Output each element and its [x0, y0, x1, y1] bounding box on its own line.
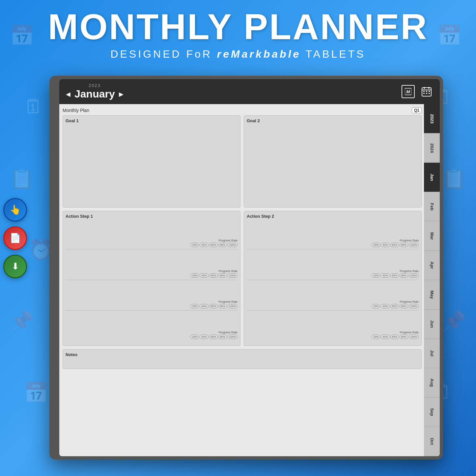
tab-jan[interactable]: Jan — [424, 163, 440, 192]
device-frame: 2023 ◀ January ▶ M — [49, 76, 443, 460]
subtitle-suffix: TABLETS — [301, 48, 365, 60]
svg-rect-6 — [423, 91, 425, 92]
calendar-icon[interactable] — [420, 85, 433, 98]
progress-pills-1-3: 20% 40% 60% 80% 100% — [66, 304, 238, 308]
subtitle: DESIGNED FoR reMarkbable TABLETS — [0, 48, 476, 60]
action-step-1-3-text[interactable] — [66, 282, 238, 300]
progress-pills-2-4: 20% 40% 60% 80% 100% — [247, 335, 419, 339]
goal-1-label: Goal 1 — [66, 118, 238, 123]
prev-month-button[interactable]: ◀ — [66, 91, 70, 98]
progress-label-1-3: Progress Rate — [218, 300, 238, 303]
tab-feb[interactable]: Feb — [424, 192, 440, 221]
subtitle-prefix: DESIGNED FoR — [110, 48, 217, 60]
planner-content: Monthly Plan Q1 Goal 1 Goal 2 Ac — [59, 104, 440, 456]
download-button[interactable]: ⬇ — [3, 255, 27, 278]
month-nav: ◀ January ▶ — [66, 88, 124, 100]
year-label: 2023 — [89, 83, 101, 88]
progress-pills-1-2: 20% 40% 60% 80% 100% — [66, 273, 238, 278]
notes-section[interactable]: Notes — [63, 349, 422, 369]
progress-label-1-2: Progress Rate — [218, 269, 238, 273]
next-month-button[interactable]: ▶ — [119, 91, 124, 98]
tab-jul[interactable]: Jul — [424, 339, 440, 368]
action-step-2-title: Action Step 2 — [247, 214, 419, 219]
tab-mar[interactable]: Mar — [424, 221, 440, 251]
cursor-icon: 👆 — [10, 204, 21, 215]
planner-header: 2023 ◀ January ▶ M — [59, 79, 440, 104]
tab-2024[interactable]: 2024 — [424, 133, 440, 163]
progress-block-1-3: Progress Rate 20% 40% 60% 80% 100% — [66, 282, 238, 311]
action-steps-row: Action Step 1 Progress Rate 20% 40% 60% … — [63, 211, 422, 346]
pdf-icon: 📄 — [10, 233, 21, 243]
action-step-2-col: Action Step 2 Progress Rate 20% 40% 60% … — [244, 211, 422, 346]
progress-pills-2-1: 20% 40% 60% 80% 100% — [247, 243, 419, 247]
title-area: MONTHLY PLANNER DESIGNED FoR reMarkbable… — [0, 7, 476, 60]
progress-block-2-4: Progress Rate 20% 40% 60% 80% 100% — [247, 313, 419, 341]
cursor-button[interactable]: 👆 — [3, 198, 27, 222]
goal-2-box[interactable]: Goal 2 — [244, 115, 422, 208]
m-logo: M — [402, 85, 415, 98]
progress-block-2-2: Progress Rate 20% 40% 60% 80% 100% — [247, 251, 419, 280]
monthly-plan-label: Monthly Plan — [63, 108, 89, 113]
action-step-1-2-text[interactable] — [66, 251, 238, 269]
progress-block-1-2: Progress Rate 20% 40% 60% 80% 100% — [66, 251, 238, 280]
action-step-2-1-text[interactable] — [247, 221, 419, 239]
device-inner: 2023 ◀ January ▶ M — [59, 79, 440, 456]
action-step-1-title: Action Step 1 — [66, 214, 238, 219]
progress-block-1-4: Progress Rate 20% 40% 60% 80% 100% — [66, 313, 238, 341]
goals-row: Goal 1 Goal 2 — [63, 115, 422, 208]
svg-rect-8 — [429, 91, 430, 92]
svg-rect-10 — [426, 93, 427, 94]
tab-oct[interactable]: Oct — [424, 427, 440, 456]
action-step-2-4-text[interactable] — [247, 313, 419, 331]
svg-rect-11 — [429, 93, 430, 94]
goal-1-box[interactable]: Goal 1 — [63, 115, 240, 208]
progress-block-2-3: Progress Rate 20% 40% 60% 80% 100% — [247, 282, 419, 311]
action-step-1-4-text[interactable] — [66, 313, 238, 331]
tab-apr[interactable]: Apr — [424, 251, 440, 280]
month-name: January — [74, 88, 115, 100]
action-step-1-col: Action Step 1 Progress Rate 20% 40% 60% … — [63, 211, 240, 346]
tab-aug[interactable]: Aug — [424, 368, 440, 398]
tab-jun[interactable]: Jun — [424, 310, 440, 339]
progress-label-1-1: Progress Rate — [218, 239, 238, 242]
progress-block-2-1: Progress Rate 20% 40% 60% 80% 100% — [247, 221, 419, 249]
action-step-2-2-text[interactable] — [247, 251, 419, 269]
svg-rect-7 — [426, 91, 427, 92]
progress-label-2-1: Progress Rate — [400, 239, 419, 242]
quarter-badge: Q1 — [412, 107, 422, 113]
svg-rect-9 — [423, 93, 425, 94]
action-step-2-3-text[interactable] — [247, 282, 419, 300]
progress-pills-2-3: 20% 40% 60% 80% 100% — [247, 304, 419, 308]
notes-label: Notes — [66, 352, 419, 357]
progress-label-1-4: Progress Rate — [218, 331, 238, 334]
progress-label-2-2: Progress Rate — [400, 269, 419, 273]
main-title: MONTHLY PLANNER — [0, 7, 476, 46]
progress-block-1-1: Progress Rate 20% 40% 60% 80% 100% — [66, 221, 238, 249]
action-step-1-1-text[interactable] — [66, 221, 238, 239]
monthly-plan-section: Monthly Plan Q1 — [63, 107, 422, 113]
tab-sep[interactable]: Sep — [424, 398, 440, 427]
svg-text:M: M — [406, 89, 410, 94]
progress-label-2-3: Progress Rate — [400, 300, 419, 303]
download-icon: ⬇ — [12, 261, 19, 272]
goal-2-label: Goal 2 — [247, 118, 419, 123]
pdf-button[interactable]: 📄 — [3, 226, 27, 250]
progress-pills-1-4: 20% 40% 60% 80% 100% — [66, 335, 238, 339]
month-navigator: 2023 ◀ January ▶ — [66, 83, 124, 100]
progress-pills-1-1: 20% 40% 60% 80% 100% — [66, 243, 238, 247]
progress-label-2-4: Progress Rate — [400, 331, 419, 334]
left-buttons: 👆 📄 ⬇ — [3, 198, 27, 278]
progress-pills-2-2: 20% 40% 60% 80% 100% — [247, 273, 419, 278]
right-sidebar: 2023 2024 Jan Feb Mar Apr May Jun Jul Au… — [424, 104, 440, 456]
tab-2023[interactable]: 2023 — [424, 104, 440, 133]
header-icons: M — [402, 85, 433, 98]
tab-may[interactable]: May — [424, 280, 440, 309]
subtitle-brand: reMarkbable — [217, 48, 301, 60]
